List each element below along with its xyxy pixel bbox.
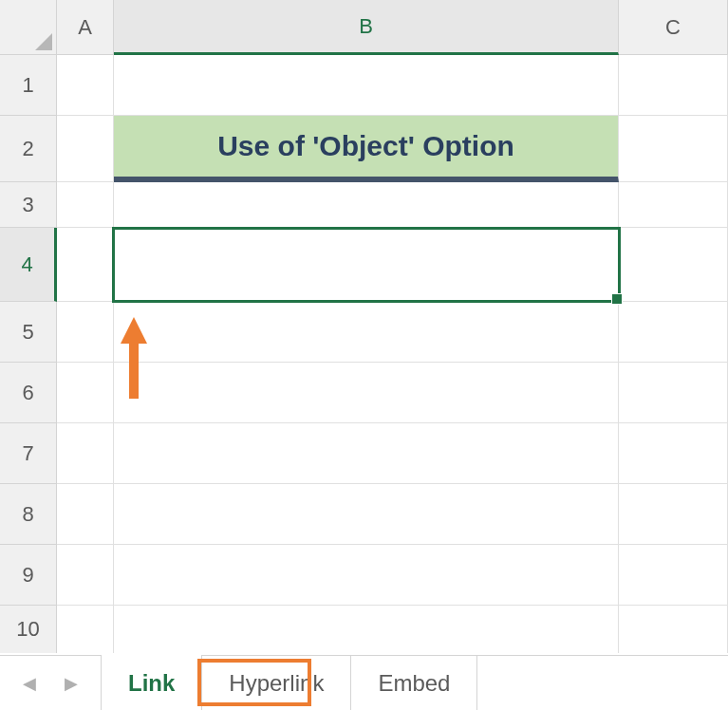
cell-a8[interactable] xyxy=(57,484,114,545)
row-header-4[interactable]: 4 xyxy=(0,228,57,302)
cell-b4[interactable] xyxy=(114,228,619,302)
row-header-8[interactable]: 8 xyxy=(0,484,57,545)
cell-c8[interactable] xyxy=(619,484,728,545)
cell-b2[interactable]: Use of 'Object' Option xyxy=(114,116,619,182)
cell-a7[interactable] xyxy=(57,423,114,484)
cell-b6[interactable] xyxy=(114,363,619,423)
cell-a3[interactable] xyxy=(57,182,114,228)
cell-c9[interactable] xyxy=(619,545,728,606)
cell-c6[interactable] xyxy=(619,363,728,423)
cell-b10[interactable] xyxy=(114,606,619,653)
row-header-7[interactable]: 7 xyxy=(0,423,57,484)
tab-nav-prev-icon[interactable]: ◀ xyxy=(23,673,36,694)
row-header-6[interactable]: 6 xyxy=(0,363,57,423)
cell-a4[interactable] xyxy=(57,228,114,302)
cell-b5[interactable] xyxy=(114,302,619,363)
cell-b9[interactable] xyxy=(114,545,619,606)
col-header-a[interactable]: A xyxy=(57,0,114,55)
cell-a10[interactable] xyxy=(57,606,114,653)
cell-c5[interactable] xyxy=(619,302,728,363)
cell-b8[interactable] xyxy=(114,484,619,545)
cell-a9[interactable] xyxy=(57,545,114,606)
cell-c3[interactable] xyxy=(619,182,728,228)
cell-c1[interactable] xyxy=(619,55,728,116)
cell-b1[interactable] xyxy=(114,55,619,116)
row-header-9[interactable]: 9 xyxy=(0,545,57,606)
sheet-tab-hyperlink[interactable]: Hyperlink xyxy=(202,656,351,710)
tab-nav-next-icon[interactable]: ▶ xyxy=(65,673,78,694)
cell-a6[interactable] xyxy=(57,363,114,423)
cell-a1[interactable] xyxy=(57,55,114,116)
sheet-tab-bar: ◀ ▶ Link Hyperlink Embed xyxy=(0,655,728,710)
cell-b3[interactable] xyxy=(114,182,619,228)
cell-b7[interactable] xyxy=(114,423,619,484)
cell-a2[interactable] xyxy=(57,116,114,182)
sheet-tab-embed[interactable]: Embed xyxy=(351,656,477,710)
cell-c4[interactable] xyxy=(619,228,728,302)
row-header-10[interactable]: 10 xyxy=(0,606,57,653)
row-header-1[interactable]: 1 xyxy=(0,55,57,116)
select-all-corner[interactable] xyxy=(0,0,57,55)
cell-c10[interactable] xyxy=(619,606,728,653)
cell-c7[interactable] xyxy=(619,423,728,484)
col-header-b[interactable]: B xyxy=(114,0,619,55)
row-header-3[interactable]: 3 xyxy=(0,182,57,228)
sheet-tab-link[interactable]: Link xyxy=(101,656,202,710)
col-header-c[interactable]: C xyxy=(619,0,728,55)
row-header-2[interactable]: 2 xyxy=(0,116,57,182)
cell-a5[interactable] xyxy=(57,302,114,363)
cell-c2[interactable] xyxy=(619,116,728,182)
row-header-5[interactable]: 5 xyxy=(0,302,57,363)
